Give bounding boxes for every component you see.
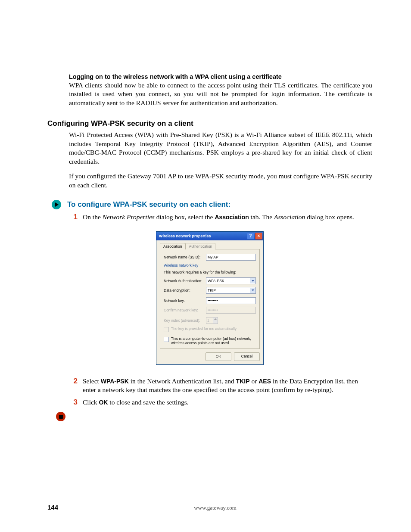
close-button[interactable]: × [255,233,262,240]
page-number: 144 [47,504,58,511]
document-page: Logging on to the wireless network with … [0,0,411,532]
auto-key-checkbox [164,327,169,332]
group-hint: This network requires a key for the foll… [164,270,256,274]
body-paragraph: If you configured the Gateway 7001 AP to… [69,172,372,190]
key-index-spinner: 1 [206,317,218,324]
ssid-input[interactable]: My AP [206,254,256,261]
step-row: 1 On the Network Properties dialog box, … [67,213,372,221]
confirm-key-label: Confirm network key: [164,308,206,312]
step-number: 1 [67,213,78,221]
cancel-button[interactable]: Cancel [234,352,260,361]
auth-label: Network Authentication: [164,279,206,283]
step-row: 3 Click OK to close and save the setting… [67,398,372,407]
tab-association[interactable]: Association [160,243,185,249]
adhoc-checkbox[interactable] [164,337,169,342]
network-key-input[interactable]: •••••••• [206,297,256,304]
auto-key-label: The key is provided for me automatically [171,327,256,331]
subsection-heading: Logging on to the wireless network with … [69,73,372,80]
key-index-label: Key index (advanced): [164,318,206,323]
step-text: On the Network Properties dialog box, se… [83,213,372,221]
step-text: Click OK to close and save the settings. [83,398,372,407]
chevron-down-icon [250,288,255,293]
ssid-label: Network name (SSID): [164,255,206,259]
confirm-key-input[interactable]: •••••••• [206,307,256,314]
encryption-label: Data encryption: [164,288,206,292]
play-icon [52,200,61,209]
adhoc-label: This is a computer-to-computer (ad hoc) … [171,336,256,345]
help-button[interactable]: ? [247,233,254,240]
page-footer: 144 www.gateway.com [0,504,411,511]
group-label: Wireless network key [164,263,256,268]
step-text: Select WPA-PSK in the Network Authentica… [83,377,372,395]
procedure-heading-row: To configure WPA-PSK security on each cl… [52,200,372,209]
tab-strip: Association Authentication [160,243,260,249]
titlebar: Wireless network properties ? × [156,232,263,240]
encryption-select[interactable]: TKIP [206,287,256,294]
step-number: 2 [67,377,78,395]
tab-authentication[interactable]: Authentication [185,243,215,249]
chevron-down-icon [250,278,255,283]
body-paragraph: WPA clients should now be able to connec… [69,81,372,107]
step-number: 3 [67,398,78,407]
stop-icon [56,412,65,421]
network-key-label: Network key: [164,299,206,303]
dialog-figure: Wireless network properties ? × Associat… [47,231,372,365]
body-paragraph: Wi-Fi Protected Access (WPA) with Pre-Sh… [69,131,372,166]
procedure-heading: To configure WPA-PSK security on each cl… [67,200,230,209]
wireless-properties-dialog: Wireless network properties ? × Associat… [156,231,264,365]
ok-button[interactable]: OK [206,352,231,361]
section-heading: Configuring WPA-PSK security on a client [47,119,372,128]
footer-url: www.gateway.com [58,504,372,511]
step-row: 2 Select WPA-PSK in the Network Authenti… [67,377,372,395]
dialog-title: Wireless network properties [159,234,211,238]
auth-select[interactable]: WPA-PSK [206,277,256,284]
tab-panel: Network name (SSID): My AP Wireless netw… [160,249,260,349]
